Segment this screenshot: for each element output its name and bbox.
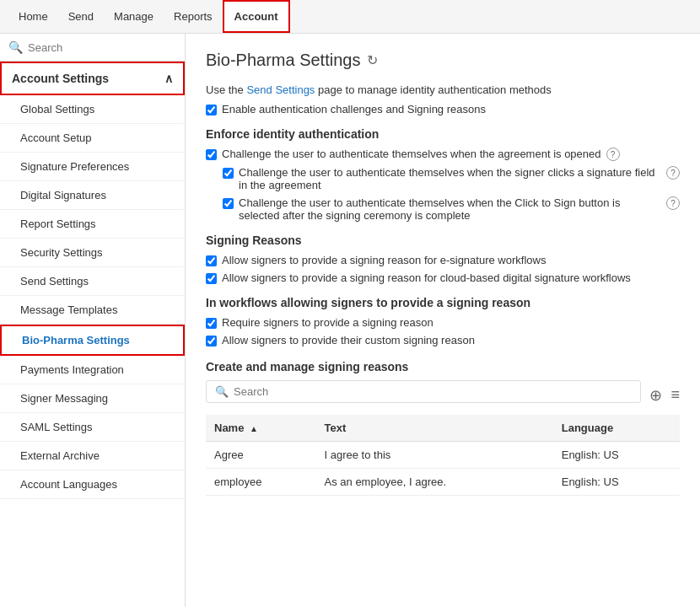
top-checkbox-row: Enable authentication challenges and Sig… xyxy=(206,103,680,115)
table-search-input[interactable] xyxy=(234,385,632,398)
workflow-checkbox-2-input[interactable] xyxy=(206,336,217,346)
send-settings-link[interactable]: Send Settings xyxy=(246,83,315,96)
chevron-up-icon: ∧ xyxy=(164,72,173,85)
add-icon[interactable]: ⊕ xyxy=(649,386,662,405)
enforce-checkbox-1-label: Challenge the user to authenticate thems… xyxy=(222,148,601,160)
nav-item-reports[interactable]: Reports xyxy=(164,0,223,33)
help-icon-3[interactable]: ? xyxy=(666,196,680,210)
sidebar-item-bio-pharma-settings[interactable]: Bio-Pharma Settings xyxy=(0,325,185,356)
enforce-checkbox-1: Challenge the user to authenticate thems… xyxy=(206,148,680,161)
nav-item-home[interactable]: Home xyxy=(8,0,58,33)
desc-prefix: Use the xyxy=(206,83,246,96)
search-box: 🔍 xyxy=(0,34,185,62)
sidebar-section-label: Account Settings xyxy=(12,72,109,85)
signing-reason-checkbox-2-input[interactable] xyxy=(206,273,217,284)
table-cell-text: I agree to this xyxy=(316,442,553,469)
refresh-icon[interactable]: ↻ xyxy=(367,52,378,68)
sidebar-item-payments-integration[interactable]: Payments Integration xyxy=(0,356,185,384)
sidebar-item-digital-signatures[interactable]: Digital Signatures xyxy=(0,181,185,210)
sidebar-item-message-templates[interactable]: Message Templates xyxy=(0,296,185,325)
nav-items: HomeSendManageReportsAccount xyxy=(8,0,290,33)
table-header: Name ▲ Text Language xyxy=(206,415,680,442)
table-toolbar: 🔍 ⊕ ≡ xyxy=(206,380,680,410)
signing-reason-checkbox-1-input[interactable] xyxy=(206,255,217,266)
enforce-checkbox-3-label: Challenge the user to authenticate thems… xyxy=(239,196,661,222)
table-row: AgreeI agree to thisEnglish: US xyxy=(206,442,680,469)
enforce-checkbox-2: Challenge the user to authenticate thems… xyxy=(223,166,680,191)
workflow-checkbox-1: Require signers to provide a signing rea… xyxy=(206,316,680,329)
nav-item-account[interactable]: Account xyxy=(223,0,290,33)
table-toolbar-icons: ⊕ ≡ xyxy=(649,386,680,405)
main-content: Bio-Pharma Settings ↻ Use the Send Setti… xyxy=(186,34,700,607)
page-title-text: Bio-Pharma Settings xyxy=(206,51,360,70)
top-nav: HomeSendManageReportsAccount xyxy=(0,0,700,34)
sidebar-item-signature-preferences[interactable]: Signature Preferences xyxy=(0,153,185,181)
workflows-heading: In workflows allowing signers to provide… xyxy=(206,296,680,309)
enforce-checkbox-3-input[interactable] xyxy=(223,198,234,209)
table-cell-name: employee xyxy=(206,469,316,496)
enforce-checkbox-3: Challenge the user to authenticate thems… xyxy=(223,196,680,222)
table-cell-language: English: US xyxy=(553,442,680,469)
workflow-checkbox-2-label: Allow signers to provide their custom si… xyxy=(222,334,475,346)
enforce-checkbox-2-label: Challenge the user to authenticate thems… xyxy=(239,166,661,191)
enable-auth-checkbox[interactable] xyxy=(206,105,217,115)
page-title: Bio-Pharma Settings ↻ xyxy=(206,51,680,70)
enforce-checkbox-1-input[interactable] xyxy=(206,149,217,160)
sidebar-item-account-setup[interactable]: Account Setup xyxy=(0,124,185,153)
sidebar-item-saml-settings[interactable]: SAML Settings xyxy=(0,413,185,442)
table-row: employeeAs an employee, I agree.English:… xyxy=(206,469,680,496)
signing-reason-checkbox-2: Allow signers to provide a signing reaso… xyxy=(206,271,680,284)
menu-icon[interactable]: ≡ xyxy=(670,386,680,404)
sidebar-item-report-settings[interactable]: Report Settings xyxy=(0,210,185,239)
signing-reasons-heading: Signing Reasons xyxy=(206,234,680,247)
top-checkbox-label: Enable authentication challenges and Sig… xyxy=(222,103,486,115)
sidebar-item-signer-messaging[interactable]: Signer Messaging xyxy=(0,384,185,413)
table-cell-text: As an employee, I agree. xyxy=(316,469,553,496)
sidebar: 🔍 Account Settings ∧ Global SettingsAcco… xyxy=(0,34,186,607)
help-icon-2[interactable]: ? xyxy=(666,166,680,180)
col-language[interactable]: Language xyxy=(553,415,680,442)
search-input[interactable] xyxy=(28,41,176,54)
table-cell-language: English: US xyxy=(553,469,680,496)
signing-reason-checkbox-2-label: Allow signers to provide a signing reaso… xyxy=(222,271,631,284)
description-text: Use the Send Settings page to manage ide… xyxy=(206,83,680,96)
table-search-bar: 🔍 xyxy=(206,380,641,403)
sidebar-section-header[interactable]: Account Settings ∧ xyxy=(0,62,185,95)
desc-suffix: page to manage identity authentication m… xyxy=(315,83,551,96)
workflow-checkbox-2: Allow signers to provide their custom si… xyxy=(206,334,680,346)
table-section: Create and manage signing reasons 🔍 ⊕ ≡ xyxy=(206,360,680,496)
table-section-heading: Create and manage signing reasons xyxy=(206,360,680,373)
sidebar-item-send-settings[interactable]: Send Settings xyxy=(0,267,185,296)
sort-icon-name: ▲ xyxy=(250,424,258,433)
signing-reasons-table: Name ▲ Text Language AgreeI agree to thi… xyxy=(206,415,680,496)
sidebar-item-global-settings[interactable]: Global Settings xyxy=(0,95,185,124)
sidebar-list: Global SettingsAccount SetupSignature Pr… xyxy=(0,95,185,607)
workflow-checkbox-1-label: Require signers to provide a signing rea… xyxy=(222,316,433,329)
table-search-icon: 🔍 xyxy=(215,385,229,398)
sidebar-item-external-archive[interactable]: External Archive xyxy=(0,442,185,470)
table-cell-name: Agree xyxy=(206,442,316,469)
table-body: AgreeI agree to thisEnglish: USemployeeA… xyxy=(206,442,680,496)
col-name[interactable]: Name ▲ xyxy=(206,415,316,442)
sidebar-item-security-settings[interactable]: Security Settings xyxy=(0,239,185,267)
nav-item-send[interactable]: Send xyxy=(58,0,104,33)
sidebar-item-account-languages[interactable]: Account Languages xyxy=(0,470,185,499)
workflow-checkbox-1-input[interactable] xyxy=(206,318,217,329)
help-icon-1[interactable]: ? xyxy=(606,148,620,161)
enforce-checkbox-2-input[interactable] xyxy=(223,168,234,179)
signing-reason-checkbox-1: Allow signers to provide a signing reaso… xyxy=(206,254,680,266)
search-icon: 🔍 xyxy=(8,40,23,54)
nav-item-manage[interactable]: Manage xyxy=(104,0,164,33)
col-text[interactable]: Text xyxy=(316,415,553,442)
signing-reason-checkbox-1-label: Allow signers to provide a signing reaso… xyxy=(222,254,546,266)
enforce-heading: Enforce identity authentication xyxy=(206,127,680,141)
